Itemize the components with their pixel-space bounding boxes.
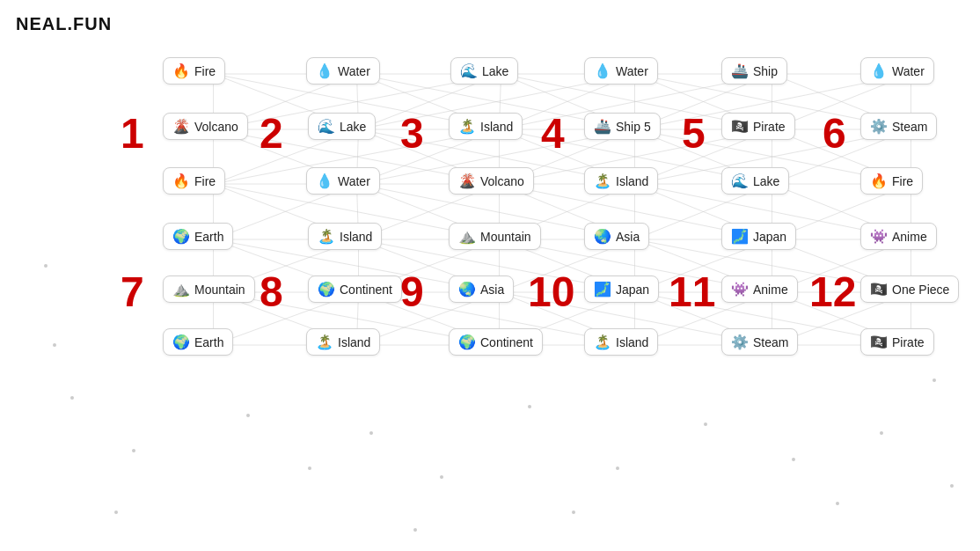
tile-label: Asia bbox=[480, 283, 504, 297]
background-dot bbox=[114, 511, 118, 514]
tile-t18[interactable]: 🔥Fire bbox=[860, 167, 923, 195]
tile-emoji: ⛰️ bbox=[172, 281, 190, 298]
tile-label: Steam bbox=[753, 335, 788, 349]
tile-t21[interactable]: ⛰️Mountain bbox=[449, 223, 541, 250]
tile-t1[interactable]: 🔥Fire bbox=[163, 57, 225, 84]
tile-t22[interactable]: 🌏Asia bbox=[584, 223, 649, 250]
background-dot bbox=[53, 343, 56, 347]
tile-emoji: 🔥 bbox=[870, 173, 888, 189]
tile-emoji: 🔥 bbox=[172, 173, 190, 189]
tile-t27[interactable]: 🌏Asia bbox=[449, 276, 514, 303]
tile-emoji: 🗾 bbox=[594, 281, 611, 298]
tile-emoji: 🌊 bbox=[460, 62, 478, 79]
tile-label: Volcano bbox=[194, 120, 238, 134]
background-dot bbox=[836, 502, 839, 505]
tile-label: Volcano bbox=[480, 174, 524, 188]
tile-t17[interactable]: 🌊Lake bbox=[721, 167, 789, 195]
tile-t11[interactable]: 🏴‍☠️Pirate bbox=[721, 113, 795, 140]
background-dot bbox=[616, 467, 619, 470]
tile-t23[interactable]: 🗾Japan bbox=[721, 223, 796, 250]
tile-emoji: ⚙️ bbox=[870, 118, 888, 135]
tile-emoji: 👾 bbox=[870, 228, 888, 245]
tile-emoji: 💧 bbox=[316, 62, 333, 79]
column-number-2: 2 bbox=[260, 113, 283, 155]
tile-t34[interactable]: 🏝️Island bbox=[584, 328, 658, 356]
tile-label: Water bbox=[338, 174, 370, 188]
tile-label: Fire bbox=[194, 64, 216, 78]
column-number-6: 6 bbox=[823, 113, 846, 155]
tile-label: Island bbox=[616, 174, 648, 188]
tile-emoji: 💧 bbox=[870, 62, 888, 79]
tile-t13[interactable]: 🔥Fire bbox=[163, 167, 225, 195]
tile-t12[interactable]: ⚙️Steam bbox=[860, 113, 937, 140]
tile-t15[interactable]: 🌋Volcano bbox=[449, 167, 534, 195]
tile-emoji: 🌊 bbox=[318, 118, 335, 135]
tile-emoji: 🏝️ bbox=[318, 228, 335, 245]
tile-t14[interactable]: 💧Water bbox=[306, 167, 380, 195]
tile-t20[interactable]: 🏝️Island bbox=[308, 223, 382, 250]
tile-emoji: 🏴‍☠️ bbox=[870, 281, 888, 298]
tile-label: Pirate bbox=[892, 335, 925, 349]
tile-t5[interactable]: 🚢Ship bbox=[721, 57, 787, 84]
background-dot bbox=[704, 422, 707, 426]
background-dot bbox=[44, 264, 48, 268]
tile-label: Pirate bbox=[753, 120, 786, 134]
tile-t28[interactable]: 🗾Japan bbox=[584, 276, 659, 303]
background-dot bbox=[246, 414, 250, 417]
background-dot bbox=[950, 484, 954, 488]
tile-t36[interactable]: 🏴‍☠️Pirate bbox=[860, 328, 934, 356]
tile-t4[interactable]: 💧Water bbox=[584, 57, 658, 84]
tile-label: Japan bbox=[616, 283, 649, 297]
tile-emoji: 🚢 bbox=[594, 118, 611, 135]
tile-emoji: 🌋 bbox=[458, 173, 476, 189]
tile-t7[interactable]: 🌋Volcano bbox=[163, 113, 248, 140]
background-dot bbox=[792, 458, 795, 461]
tile-emoji: 🌏 bbox=[594, 228, 611, 245]
tile-t16[interactable]: 🏝️Island bbox=[584, 167, 658, 195]
tile-t19[interactable]: 🌍Earth bbox=[163, 223, 233, 250]
tile-t24[interactable]: 👾Anime bbox=[860, 223, 937, 250]
background-dot bbox=[70, 396, 74, 400]
background-dot bbox=[440, 475, 443, 479]
tile-t33[interactable]: 🌍Continent bbox=[449, 328, 543, 356]
tile-emoji: 🚢 bbox=[731, 62, 749, 79]
tile-emoji: 🌍 bbox=[172, 228, 190, 245]
tile-label: Ship 5 bbox=[616, 120, 651, 134]
tile-emoji: 🏴‍☠️ bbox=[731, 118, 749, 135]
tile-label: Japan bbox=[753, 230, 786, 244]
column-number-4: 4 bbox=[541, 113, 565, 155]
tile-t32[interactable]: 🏝️Island bbox=[306, 328, 380, 356]
tile-emoji: 🌋 bbox=[172, 118, 190, 135]
column-number-3: 3 bbox=[400, 113, 424, 155]
tile-emoji: 🏝️ bbox=[316, 334, 333, 350]
tile-t2[interactable]: 💧Water bbox=[306, 57, 380, 84]
tile-t9[interactable]: 🏝️Island bbox=[449, 113, 523, 140]
tile-label: Continent bbox=[340, 283, 392, 297]
column-number-12: 12 bbox=[809, 271, 856, 313]
tile-emoji: ⛰️ bbox=[458, 228, 476, 245]
tile-emoji: 🌏 bbox=[458, 281, 476, 298]
tile-label: Island bbox=[480, 120, 513, 134]
tile-label: Island bbox=[338, 335, 370, 349]
tile-t31[interactable]: 🌍Earth bbox=[163, 328, 233, 356]
tile-emoji: 🏝️ bbox=[458, 118, 476, 135]
tile-t3[interactable]: 🌊Lake bbox=[450, 57, 518, 84]
tile-emoji: 🌊 bbox=[731, 173, 749, 189]
tile-t35[interactable]: ⚙️Steam bbox=[721, 328, 798, 356]
tile-t10[interactable]: 🚢Ship 5 bbox=[584, 113, 661, 140]
tile-emoji: 🌍 bbox=[458, 334, 476, 350]
background-dot bbox=[413, 528, 417, 532]
tile-label: Anime bbox=[892, 230, 927, 244]
tile-t25[interactable]: ⛰️Mountain bbox=[163, 276, 255, 303]
tile-label: Island bbox=[616, 335, 648, 349]
tile-t29[interactable]: 👾Anime bbox=[721, 276, 798, 303]
tile-t6[interactable]: 💧Water bbox=[860, 57, 934, 84]
tile-emoji: 💧 bbox=[594, 62, 611, 79]
tile-t8[interactable]: 🌊Lake bbox=[308, 113, 376, 140]
tile-label: Lake bbox=[482, 64, 508, 78]
tile-emoji: 🏝️ bbox=[594, 173, 611, 189]
tile-label: Steam bbox=[892, 120, 927, 134]
background-dot bbox=[369, 431, 373, 435]
tile-t30[interactable]: 🏴‍☠️One Piece bbox=[860, 276, 959, 303]
tile-t26[interactable]: 🌍Continent bbox=[308, 276, 402, 303]
